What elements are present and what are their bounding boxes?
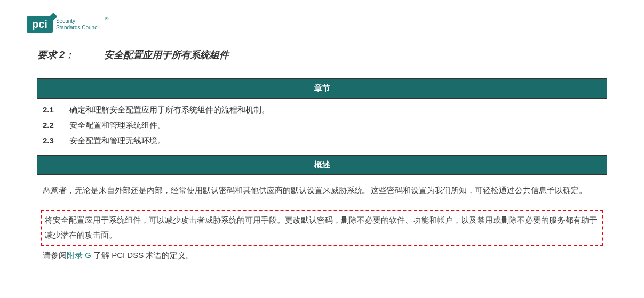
logo-brand-text: pci	[32, 18, 47, 30]
requirement-text: 安全配置应用于所有系统组件	[104, 50, 229, 60]
overview-paragraph-1: 恶意者，无论是来自外部还是内部，经常使用默认密码和其他供应商的默认设置来威胁系统…	[43, 183, 601, 198]
section-text: 确定和理解安全配置应用于所有系统组件的流程和机制。	[69, 105, 269, 115]
section-text: 安全配置和管理无线环境。	[69, 136, 165, 146]
section-item: 2.3 安全配置和管理无线环境。	[43, 136, 601, 146]
footer-suffix: 了解 PCI DSS 术语的定义。	[91, 251, 194, 260]
requirement-title-row: 要求 2： 安全配置应用于所有系统组件	[37, 49, 607, 67]
footer-note: 请参阅附录 G 了解 PCI DSS 术语的定义。	[43, 251, 601, 261]
logo-registered-mark: ®	[105, 16, 109, 21]
section-item: 2.1 确定和理解安全配置应用于所有系统组件的流程和机制。	[43, 105, 601, 115]
appendix-link[interactable]: 附录 G	[67, 251, 91, 260]
logo-header: pci Security Standards Council ®	[27, 16, 617, 33]
logo-subtext: Security Standards Council	[56, 18, 100, 31]
logo-brand-box: pci	[27, 16, 53, 33]
logo-line1: Security	[56, 18, 100, 25]
footer-prefix: 请参阅	[43, 251, 67, 260]
highlight-box: 将安全配置应用于系统组件，可以减少攻击者威胁系统的可用手段。更改默认密码，删除不…	[41, 210, 603, 246]
section-text: 安全配置和管理系统组件。	[69, 120, 165, 131]
section-number: 2.1	[43, 105, 69, 115]
logo-line2: Standards Council	[56, 25, 100, 31]
overview-header-bar: 概述	[37, 155, 607, 175]
section-number: 2.3	[43, 136, 69, 146]
divider	[37, 206, 607, 206]
section-number: 2.2	[43, 120, 69, 131]
sections-list: 2.1 确定和理解安全配置应用于所有系统组件的流程和机制。 2.2 安全配置和管…	[43, 105, 601, 146]
section-item: 2.2 安全配置和管理系统组件。	[43, 120, 601, 131]
requirement-label: 要求 2：	[37, 49, 101, 61]
sections-header-bar: 章节	[37, 78, 607, 99]
